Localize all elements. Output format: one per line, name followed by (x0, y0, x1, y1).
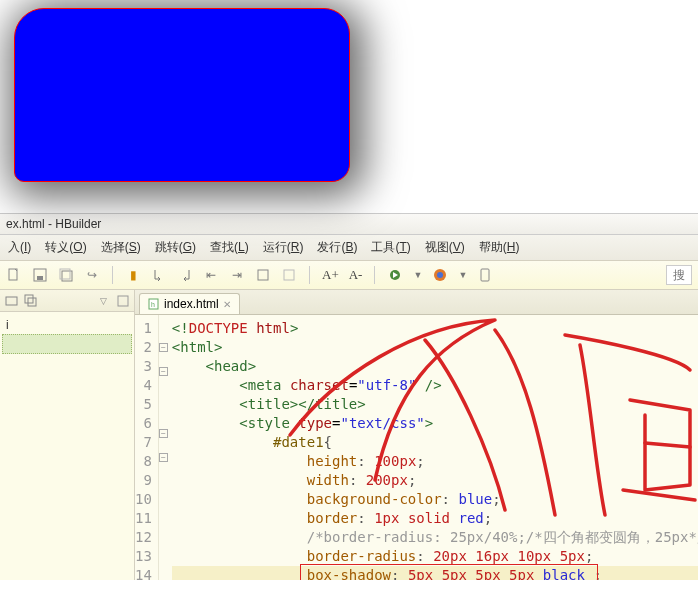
device-icon[interactable] (477, 267, 493, 283)
menu-item[interactable]: 跳转(G) (149, 237, 202, 258)
editor-tab[interactable]: h index.html ✕ (139, 293, 240, 314)
code-line[interactable]: <meta charset="utf-8" /> (172, 376, 698, 395)
menu-item[interactable]: 运行(R) (257, 237, 310, 258)
font-decrease-button[interactable]: A- (349, 267, 363, 283)
close-icon[interactable]: ✕ (223, 299, 231, 310)
svg-rect-14 (118, 296, 128, 306)
bookmark-icon[interactable]: ▮ (125, 267, 141, 283)
code-line[interactable]: <title></title> (172, 395, 698, 414)
code-line[interactable]: <style type="text/css"> (172, 414, 698, 433)
editor-area: h index.html ✕ 123456789101112131415 −−−… (135, 290, 698, 580)
menu-bar: 入(I)转义(O)选择(S)跳转(G)查找(L)运行(R)发行(B)工具(T)视… (0, 235, 698, 261)
format-icon[interactable] (255, 267, 271, 283)
dropdown-icon[interactable]: ▼ (458, 270, 467, 280)
format2-icon[interactable] (281, 267, 297, 283)
step-into-icon[interactable] (151, 267, 167, 283)
save-icon[interactable] (32, 267, 48, 283)
html-file-icon: h (148, 298, 160, 310)
run-icon[interactable] (387, 267, 403, 283)
sidebar: ▽ i (0, 290, 135, 580)
indent-left-icon[interactable]: ⇤ (203, 267, 219, 283)
menu-item[interactable]: 转义(O) (39, 237, 92, 258)
code-line[interactable]: <!DOCTYPE html> (172, 319, 698, 338)
menu-item[interactable]: 发行(B) (311, 237, 363, 258)
toolbar: ↪ ▮ ⇤ ⇥ A+ A- ▼ ▼ (0, 261, 698, 290)
code-line[interactable]: <head> (172, 357, 698, 376)
collapse-icon[interactable]: ▽ (96, 293, 111, 308)
browser-icon[interactable] (432, 267, 448, 283)
demo-box (14, 8, 350, 182)
step-over-icon[interactable] (177, 267, 193, 283)
font-increase-button[interactable]: A+ (322, 267, 339, 283)
code-line[interactable]: height: 100px; (172, 452, 698, 471)
svg-rect-10 (481, 269, 489, 281)
code-line[interactable]: width: 200px; (172, 471, 698, 490)
svg-text:h: h (151, 301, 155, 308)
search-input[interactable] (666, 265, 692, 285)
code-line[interactable]: #date1{ (172, 433, 698, 452)
tree-item-selected[interactable] (2, 334, 132, 354)
tab-label: index.html (164, 297, 219, 311)
menu-item[interactable]: 视图(V) (419, 237, 471, 258)
line-numbers: 123456789101112131415 (135, 315, 159, 580)
svg-rect-11 (6, 297, 17, 305)
project-tree[interactable]: i (0, 312, 134, 580)
project-tab-icon[interactable] (4, 293, 19, 308)
browser-preview (0, 0, 698, 213)
menu-item[interactable]: 选择(S) (95, 237, 147, 258)
svg-rect-0 (9, 269, 17, 280)
svg-rect-2 (37, 276, 43, 280)
dropdown-icon[interactable]: ▼ (413, 270, 422, 280)
menu-item[interactable]: 帮助(H) (473, 237, 526, 258)
layers-tab-icon[interactable] (23, 293, 38, 308)
arrow-right-icon[interactable]: ↪ (84, 267, 100, 283)
menu-item[interactable]: 入(I) (2, 237, 37, 258)
menu-item[interactable]: 查找(L) (204, 237, 255, 258)
indent-right-icon[interactable]: ⇥ (229, 267, 245, 283)
code-line[interactable]: <html> (172, 338, 698, 357)
save-all-icon[interactable] (58, 267, 74, 283)
highlight-rectangle (300, 564, 598, 580)
svg-rect-12 (25, 295, 33, 303)
editor-tabs: h index.html ✕ (135, 290, 698, 315)
ide-titlebar: ex.html - HBuilder (0, 213, 698, 235)
code-line[interactable]: /*border-radius: 25px/40%;/*四个角都变圆角，25px… (172, 528, 698, 547)
code-editor[interactable]: 123456789101112131415 −−−− <!DOCTYPE htm… (135, 315, 698, 580)
svg-point-9 (437, 272, 443, 278)
separator (112, 266, 113, 284)
new-file-icon[interactable] (6, 267, 22, 283)
fold-column: −−−− (159, 315, 168, 580)
workspace: ▽ i h index.html ✕ 123456789101112131415… (0, 290, 698, 580)
code-content[interactable]: <!DOCTYPE html><html> <head> <meta chars… (168, 315, 698, 580)
svg-rect-6 (284, 270, 294, 280)
separator (374, 266, 375, 284)
svg-rect-13 (28, 298, 36, 306)
code-line[interactable]: background-color: blue; (172, 490, 698, 509)
separator (309, 266, 310, 284)
tree-item[interactable]: i (2, 316, 132, 334)
code-line[interactable]: border: 1px solid red; (172, 509, 698, 528)
svg-rect-5 (258, 270, 268, 280)
menu-item[interactable]: 工具(T) (365, 237, 416, 258)
sidebar-tabs: ▽ (0, 290, 134, 312)
link-icon[interactable] (115, 293, 130, 308)
